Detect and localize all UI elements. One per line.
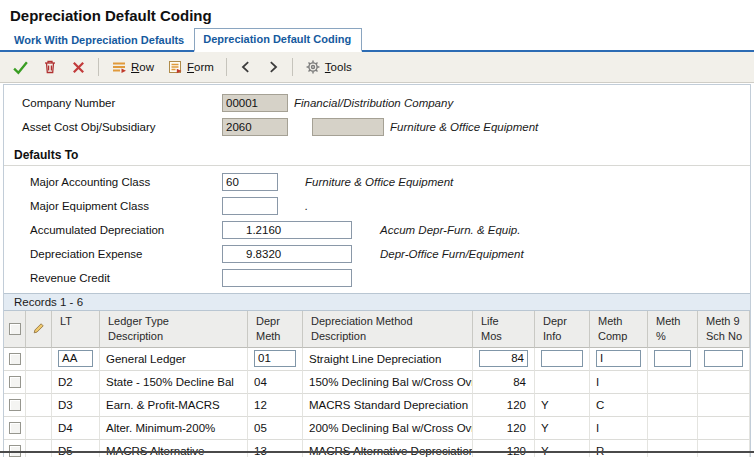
table-row[interactable]: D5 MACRS Alternative 13 MACRS Alternativ… [4, 440, 750, 457]
cell-meth9-sch-no[interactable] [698, 440, 750, 457]
cell-depreciation-method-description[interactable]: 200% Declining Bal w/Cross Ovr [303, 417, 473, 440]
asset-cost-description: Furniture & Office Equipment [390, 121, 538, 133]
grid-bottom-scroll-edge[interactable] [0, 451, 754, 453]
cell-lt[interactable]: D2 [52, 371, 100, 394]
cell-depreciation-method-description[interactable]: MACRS Standard Depreciation [303, 394, 473, 417]
cell-life-mos[interactable]: 84 [473, 371, 535, 394]
cell-depr-meth[interactable]: 04 [248, 371, 303, 394]
app-window: Depreciation Default Coding Work With De… [0, 0, 754, 457]
row-select-checkbox[interactable] [4, 417, 26, 440]
cell-ledger-type-description[interactable]: MACRS Alternative [100, 440, 248, 457]
tab-depreciation-default-coding[interactable]: Depreciation Default Coding [194, 28, 362, 52]
checkbox[interactable] [9, 353, 21, 365]
cell-life-mos[interactable]: 120 [473, 440, 535, 457]
cell-meth-comp[interactable]: C [590, 394, 648, 417]
cell-life-mos[interactable]: 84 [473, 348, 535, 371]
cell-depreciation-method-description[interactable]: 150% Declining Bal w/Cross Ovr [303, 371, 473, 394]
cell-lt[interactable]: AA [52, 348, 100, 371]
column-header-life-mos[interactable]: Life Mos [473, 311, 535, 348]
column-header-meth-pct[interactable]: Meth % [648, 311, 698, 348]
cell-meth-pct[interactable] [648, 394, 698, 417]
cell-meth-pct[interactable] [648, 371, 698, 394]
cell-depr-info[interactable]: Y [535, 394, 590, 417]
column-header-lt[interactable]: LT [52, 311, 100, 348]
column-header-depr-info[interactable]: Depr Info [535, 311, 590, 348]
depreciation-expense-field[interactable] [222, 245, 352, 263]
row-select-checkbox[interactable] [4, 348, 26, 371]
revenue-credit-field[interactable] [222, 269, 352, 287]
column-header-depr-meth[interactable]: Depr Meth [248, 311, 303, 348]
tab-work-with-depreciation-defaults[interactable]: Work With Depreciation Defaults [6, 30, 194, 50]
major-accounting-class-field[interactable] [222, 173, 278, 191]
cell-depr-info[interactable]: Y [535, 417, 590, 440]
cell-lt[interactable]: D3 [52, 394, 100, 417]
row-menu-button[interactable]: Row [105, 55, 160, 79]
column-header-ledger-type-description[interactable]: Ledger Type Description [100, 311, 248, 348]
cell-meth9-sch-no[interactable] [698, 417, 750, 440]
cell-meth-comp[interactable]: I [590, 348, 648, 371]
cell-depr-info[interactable] [535, 348, 590, 371]
row-select-checkbox[interactable] [4, 394, 26, 417]
cell-meth9-sch-no[interactable] [698, 371, 750, 394]
cell-meth-pct[interactable] [648, 417, 698, 440]
select-all-header[interactable] [4, 311, 26, 348]
x-icon [71, 60, 86, 75]
cell-meth9-sch-no[interactable] [698, 348, 750, 371]
edit-column-header[interactable] [26, 311, 52, 348]
checkbox[interactable] [9, 376, 21, 388]
delete-button[interactable] [36, 55, 64, 79]
column-header-meth9-sch-no[interactable]: Meth 9 Sch No [698, 311, 750, 348]
header-checkbox[interactable] [9, 323, 21, 335]
cell-meth9-sch-no[interactable] [698, 394, 750, 417]
cancel-button[interactable] [65, 56, 92, 79]
next-button[interactable] [260, 56, 286, 78]
row-select-checkbox[interactable] [4, 371, 26, 394]
accumulated-depreciation-field[interactable] [222, 221, 352, 239]
tools-menu-button[interactable]: Tools [299, 55, 358, 79]
table-row[interactable]: AA General Ledger 01 Straight Line Depre… [4, 348, 750, 371]
column-header-meth-comp[interactable]: Meth Comp [590, 311, 648, 348]
checkbox[interactable] [9, 422, 21, 434]
ok-button[interactable] [6, 55, 35, 80]
company-number-label: Company Number [22, 97, 222, 109]
cell-life-mos[interactable]: 120 [473, 394, 535, 417]
grid-body: AA General Ledger 01 Straight Line Depre… [4, 348, 750, 457]
cell-life-mos[interactable]: 120 [473, 417, 535, 440]
company-number-field[interactable] [222, 94, 288, 112]
cell-depr-meth[interactable]: 12 [248, 394, 303, 417]
row-menu-label: Row [131, 61, 154, 73]
accumulated-depreciation-label: Accumulated Depreciation [30, 224, 222, 236]
cell-depr-meth[interactable]: 05 [248, 417, 303, 440]
checkbox[interactable] [9, 399, 21, 411]
column-header-depreciation-method-description[interactable]: Depreciation Method Description [303, 311, 473, 348]
cell-ledger-type-description[interactable]: Earn. & Profit-MACRS [100, 394, 248, 417]
cell-depr-info[interactable]: Y [535, 440, 590, 457]
cell-ledger-type-description[interactable]: General Ledger [100, 348, 248, 371]
cell-meth-pct[interactable] [648, 348, 698, 371]
previous-button[interactable] [233, 56, 259, 78]
cell-depreciation-method-description[interactable]: Straight Line Depreciation [303, 348, 473, 371]
cell-ledger-type-description[interactable]: State - 150% Decline Bal [100, 371, 248, 394]
row-select-checkbox[interactable] [4, 440, 26, 457]
cell-lt[interactable]: D5 [52, 440, 100, 457]
asset-cost-label: Asset Cost Obj/Subsidiary [22, 121, 222, 133]
table-row[interactable]: D4 Alter. Minimum-200% 05 200% Declining… [4, 417, 750, 440]
cell-meth-comp[interactable]: I [590, 417, 648, 440]
cell-meth-comp[interactable]: R [590, 440, 648, 457]
cell-meth-pct[interactable] [648, 440, 698, 457]
header-form: Company Number Financial/Distribution Co… [4, 85, 750, 287]
table-row[interactable]: D3 Earn. & Profit-MACRS 12 MACRS Standar… [4, 394, 750, 417]
form-menu-button[interactable]: Form [161, 55, 220, 79]
cell-depr-info[interactable] [535, 371, 590, 394]
cell-depr-meth[interactable]: 01 [248, 348, 303, 371]
cell-depreciation-method-description[interactable]: MACRS Alternative Depreciation [303, 440, 473, 457]
asset-cost-subsidiary-field[interactable] [312, 118, 384, 136]
asset-cost-object-field[interactable] [222, 118, 288, 136]
cell-ledger-type-description[interactable]: Alter. Minimum-200% [100, 417, 248, 440]
cell-lt[interactable]: D4 [52, 417, 100, 440]
cell-meth-comp[interactable]: I [590, 371, 648, 394]
table-row[interactable]: D2 State - 150% Decline Bal 04 150% Decl… [4, 371, 750, 394]
cell-depr-meth[interactable]: 13 [248, 440, 303, 457]
major-equipment-class-field[interactable] [222, 197, 278, 215]
toolbar: Row Form Tools [0, 52, 754, 83]
